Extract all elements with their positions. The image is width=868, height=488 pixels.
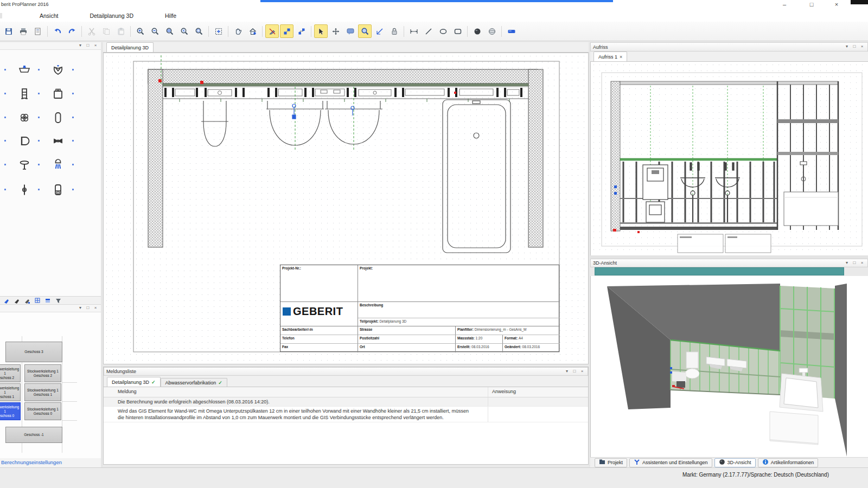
draft-mode-button[interactable] — [265, 24, 279, 38]
3d-float-icon[interactable]: □ — [851, 260, 858, 266]
tab-detailplanung-3d[interactable]: Detailplanung 3D — [106, 42, 154, 52]
filter-button[interactable] — [54, 297, 62, 304]
fixtures-plan — [201, 100, 510, 253]
zoom-out-button[interactable] — [148, 24, 162, 38]
view-home-button[interactable] — [246, 24, 259, 38]
snap-grid-button[interactable] — [33, 297, 41, 304]
palette-item-absperrventil[interactable] — [15, 180, 34, 200]
3d-viewport[interactable] — [590, 276, 868, 457]
detail-plan-canvas[interactable]: Projekt-Nr.: Projekt: GEBERIT Beschreibu… — [103, 53, 589, 364]
sphere-wire-button[interactable] — [485, 24, 499, 38]
zoom-in-button[interactable] — [133, 24, 147, 38]
storey-float-icon[interactable]: □ — [85, 305, 91, 311]
palette-menu-icon[interactable]: ▾ — [77, 43, 84, 49]
aufriss-close-icon[interactable]: × — [859, 44, 865, 50]
draw-line-button[interactable] — [422, 24, 435, 38]
palette-item-dusche[interactable] — [48, 155, 68, 175]
bottom-tab-artikelinformationen[interactable]: Artikelinformationen — [758, 458, 819, 467]
material-blue-button[interactable] — [505, 24, 518, 38]
zoom-previous-button[interactable] — [177, 24, 191, 38]
maximize-button[interactable]: □ — [802, 0, 821, 9]
palette-item-spuelkasten[interactable] — [48, 84, 68, 104]
calculation-settings-link[interactable]: Berechnungseinstellungen — [1, 459, 62, 465]
storey-cell-right-2[interactable]: Stockwerksleitung 1Geschoss 0 — [24, 402, 61, 420]
storey-close-icon[interactable]: × — [92, 305, 99, 311]
message-row[interactable]: Die Berechnung wurde erfolgreich abgesch… — [104, 397, 588, 407]
select-button[interactable] — [314, 24, 328, 38]
messages-tab-abwasservorfabrikation[interactable]: Abwasservorfabrikation✓ — [161, 378, 227, 387]
toolbar-separator — [228, 26, 228, 37]
palette-item-armatur[interactable] — [15, 155, 34, 175]
storey-cell-right-1[interactable]: Stockwerksleitung 1Geschoss 1 — [24, 383, 61, 401]
3d-menu-icon[interactable]: ▾ — [844, 260, 850, 266]
bottom-tab-assistenten[interactable]: Assistenten und Einstellungen — [629, 458, 712, 467]
storey-menu-icon[interactable]: ▾ — [77, 305, 84, 311]
snap-button[interactable] — [280, 24, 293, 38]
messages-close-icon[interactable]: × — [579, 369, 585, 375]
zoom-region-button[interactable] — [358, 24, 372, 38]
minimize-button[interactable]: – — [775, 0, 794, 9]
bottom-tab-projekt[interactable]: Projekt — [595, 458, 627, 467]
messages-float-icon[interactable]: □ — [571, 369, 578, 375]
menu-item-ansicht[interactable]: Ansicht — [35, 11, 63, 21]
column-anweisung: Anweisung — [492, 389, 516, 394]
palette-item-montageelement[interactable] — [15, 84, 34, 104]
undo-button[interactable] — [50, 24, 64, 38]
edit-areas-button[interactable] — [23, 297, 31, 304]
3d-view-toolbar[interactable] — [595, 267, 844, 275]
storey-cell-right-0[interactable]: Stockwerksleitung 1Geschoss 2 — [24, 364, 61, 382]
paste-button[interactable] — [114, 24, 127, 38]
palette-item-ausgussbecken[interactable] — [15, 131, 34, 151]
zoom-fit-button[interactable] — [212, 24, 225, 38]
zoom-all-button[interactable] — [192, 24, 206, 38]
palette-item-boiler[interactable] — [48, 180, 68, 200]
menu-item-hilfe[interactable]: Hilfe — [160, 11, 181, 21]
palette-item-duschwanne[interactable] — [48, 108, 68, 127]
print-button[interactable] — [16, 24, 30, 38]
measure-button[interactable] — [373, 24, 386, 38]
sphere-solid-button[interactable] — [470, 24, 484, 38]
palette-item-fitting[interactable] — [48, 131, 68, 151]
storey-top[interactable]: Geschoss 3 — [5, 342, 62, 362]
message-row[interactable]: Wird das GIS Element für Wand-WC mit Ome… — [104, 407, 588, 422]
palette-item-urinal[interactable] — [48, 60, 68, 80]
zoom-window-button[interactable] — [163, 24, 176, 38]
cut-button[interactable] — [85, 24, 98, 38]
storey-cell-left-2[interactable]: Stockwerksleitung 1Geschoss 0 — [0, 402, 21, 420]
move-button[interactable] — [329, 24, 342, 38]
dimension-button[interactable] — [407, 24, 420, 38]
palette-close-icon[interactable]: × — [92, 43, 99, 49]
messages-menu-icon[interactable]: ▾ — [564, 369, 570, 375]
edit-points-button[interactable] — [2, 297, 10, 304]
palette-float-icon[interactable]: □ — [85, 43, 91, 49]
messages-tab-detailplanung-3d[interactable]: Detailplanung 3D✓ — [107, 377, 161, 387]
aufriss-float-icon[interactable]: □ — [851, 44, 858, 50]
messages-header: Meldungsliste ▾ □ × — [104, 367, 588, 376]
save-button[interactable] — [2, 24, 15, 38]
connect-button[interactable] — [295, 24, 308, 38]
palette-item-waschtisch[interactable] — [15, 60, 34, 80]
elevation-view[interactable] — [590, 62, 868, 255]
menu-item-detailplanung-3d[interactable]: Detailplanung 3D — [85, 11, 138, 21]
3d-close-icon[interactable]: × — [859, 260, 865, 266]
palette-item-bodenablauf[interactable] — [15, 108, 34, 127]
pan-button[interactable] — [231, 24, 245, 38]
draw-ellipse-button[interactable] — [436, 24, 450, 38]
comment-button[interactable] — [343, 24, 357, 38]
edit-lines-button[interactable] — [12, 297, 21, 304]
storey-cell-left-0[interactable]: Stockwerksleitung 1Geschoss 2 — [0, 364, 21, 382]
layers-button[interactable] — [43, 297, 52, 304]
close-button[interactable]: × — [827, 0, 846, 9]
storey-bottom[interactable]: Geschoss -1 — [5, 427, 62, 443]
lock-button[interactable] — [387, 24, 401, 38]
bottom-tab-3d-ansicht[interactable]: 3D-Ansicht — [714, 458, 756, 467]
storey-cell-left-1[interactable]: Stockwerksleitung 1Geschoss 1 — [0, 383, 21, 401]
redo-button[interactable] — [65, 24, 79, 38]
draw-rectangle-button[interactable] — [451, 24, 464, 38]
tab-close-icon[interactable]: × — [620, 54, 622, 60]
aufriss-menu-icon[interactable]: ▾ — [844, 44, 850, 50]
copy-button[interactable] — [99, 24, 113, 38]
export-button[interactable] — [31, 24, 44, 38]
tab-aufriss-1[interactable]: Aufriss 1 × — [593, 52, 627, 61]
snap-dot — [38, 69, 40, 70]
